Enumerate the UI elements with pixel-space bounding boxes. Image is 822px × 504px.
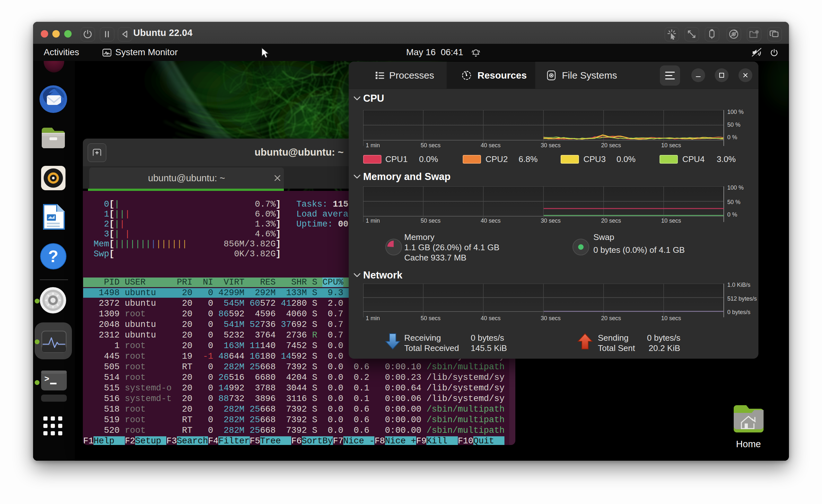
- svg-text:?: ?: [48, 247, 58, 266]
- svg-text:>: >: [44, 374, 49, 384]
